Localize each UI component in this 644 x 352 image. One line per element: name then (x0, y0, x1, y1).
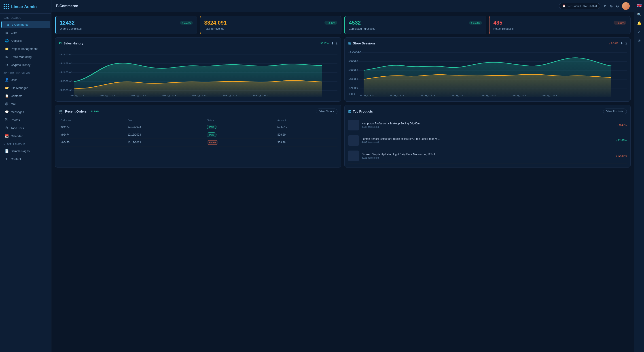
svg-text:40K: 40K (349, 78, 358, 80)
info-icon[interactable]: ℹ (626, 41, 627, 45)
chevron-right-icon: › (46, 79, 46, 81)
sidebar-item-project-management[interactable]: 📁 Project Management (1, 45, 50, 52)
sidebar-item-label: Email Marketing (11, 55, 32, 58)
refresh-icon[interactable]: ↺ (604, 4, 607, 8)
sidebar-item-analytics[interactable]: 🌐 Analytics (1, 37, 50, 44)
uk-flag-icon[interactable]: 🇬🇧 (637, 3, 642, 8)
chart-header: ⊞ Store Sessions ↓ 9.39% ⬇ ℹ (348, 41, 627, 45)
sidebar-item-messages[interactable]: 💬 Messages (1, 108, 50, 116)
list-item: Hempthon Professional Makeup Setting Oil… (348, 118, 627, 133)
content-icon: T (5, 157, 8, 161)
arrow-up-icon: ↑ (318, 42, 320, 45)
sales-history-badge: ↑ 33.47% (318, 42, 329, 45)
logo: Linear Admin (0, 0, 51, 14)
table-row: #96474 12/12/2023 Paid $29.69 (59, 131, 338, 139)
sidebar-item-ecommerce[interactable]: 🛍 E-Commerce (1, 21, 50, 28)
avatar[interactable] (622, 2, 630, 10)
settings-icon[interactable]: ⚙ (616, 4, 619, 8)
view-orders-button[interactable]: View Orders (316, 109, 338, 114)
sidebar-item-label: Content (11, 158, 21, 161)
arrow-up-icon: ↑ (88, 110, 90, 113)
sidebar-item-photos[interactable]: 🖼 Photos (1, 116, 50, 124)
topbar: E-Commerce ⏰ 07/10/2023 - 07/13/2023 ↺ ⊕… (52, 0, 634, 12)
sidebar-item-content[interactable]: T Content › (1, 155, 50, 163)
sales-history-card: ↺ Sales History ↑ 33.47% ⬇ ℹ (55, 37, 341, 102)
arrow-down-icon: ↓ (616, 21, 617, 24)
product-info: Hempthon Professional Makeup Setting Oil… (362, 122, 614, 128)
returns-badge: ↓ 0.98% (614, 21, 626, 24)
sidebar-item-label: Messages (11, 110, 24, 114)
top-products-card: ⊡ Top Products View Products Hempthon Pr… (344, 105, 630, 168)
product-thumbnail (348, 135, 359, 146)
sidebar-item-label: Calendar (11, 135, 22, 138)
stat-card-top: 4532 ↑ 5.32% (349, 20, 482, 26)
revenue-value: $324,091 (204, 20, 227, 26)
svg-text:Aug 18: Aug 18 (131, 94, 146, 96)
sidebar-item-email-marketing[interactable]: ✉ Email Marketing (1, 53, 50, 60)
stat-card-purchases: 4532 ↑ 5.32% Completed Purchases (344, 16, 486, 34)
order-number: #96474 (59, 131, 126, 139)
chart-actions: ↓ 9.39% ⬇ ℹ (609, 41, 627, 45)
order-date: 12/12/2023 (126, 131, 205, 139)
product-name: Bioskep Simple Hydrating Light Daily Fac… (362, 153, 613, 156)
email-icon: ✉ (5, 55, 8, 58)
arrow-up-icon: ↑ (326, 21, 328, 24)
sun-icon[interactable]: ☀ (638, 39, 641, 43)
orders-card-header: 🛒 Recent Orders ↑ 24.99% View Orders (59, 109, 338, 114)
sidebar-item-calendar[interactable]: 📅 Calendar (1, 132, 50, 140)
products-card-title: ⊡ Top Products (348, 109, 373, 114)
download-icon[interactable]: ⬇ (620, 41, 623, 45)
sidebar-item-label: User (11, 78, 17, 82)
mail-icon: @ (5, 102, 8, 106)
sample-pages-icon: 📄 (5, 149, 8, 153)
crm-icon: ⊞ (5, 31, 8, 34)
order-amount: $343.49 (276, 123, 338, 131)
project-icon: 📁 (5, 47, 8, 50)
bell-icon[interactable]: 🔔 (637, 21, 642, 25)
sidebar-item-sample-pages[interactable]: 📄 Sample Pages › (1, 147, 50, 155)
download-icon[interactable]: ⬇ (331, 41, 334, 45)
info-icon[interactable]: ℹ (336, 41, 338, 45)
svg-text:115K: 115K (60, 62, 72, 65)
product-sold-count: 4487 items sold (362, 141, 613, 144)
store-sessions-chart: 100K 80K 60K 40K 20K 0K Aug 12 Aug 15 Au… (348, 48, 627, 97)
svg-text:Aug 30: Aug 30 (253, 94, 268, 96)
check-icon[interactable]: ✓ (638, 30, 641, 34)
add-icon[interactable]: ⊕ (610, 4, 613, 8)
products-title-text: Top Products (353, 110, 373, 113)
product-change: ↑ 12.43% (616, 139, 627, 142)
search-icon[interactable]: 🔍 (637, 12, 642, 17)
arrow-down-icon: ↓ (617, 124, 618, 127)
col-status: Status (205, 118, 276, 123)
col-date: Date (126, 118, 205, 123)
arrow-up-icon: ↑ (182, 21, 183, 24)
crypto-icon: ⊙ (5, 63, 8, 67)
sidebar-item-todo[interactable]: ⏱ Todo Lists (1, 124, 50, 132)
view-products-button[interactable]: View Products (603, 109, 627, 114)
sidebar-item-contacts[interactable]: 📋 Contacts (1, 92, 50, 100)
chart-title-row: ↺ Sales History (59, 41, 84, 45)
todo-icon: ⏱ (5, 126, 8, 130)
order-status: Paid (205, 123, 276, 131)
sidebar-item-label: File Manager (11, 86, 28, 90)
stat-card-top: 435 ↓ 0.98% (494, 20, 626, 26)
messages-icon: 💬 (5, 110, 8, 114)
sidebar-item-cryptocurrency[interactable]: ⊙ Cryptocurrency (1, 61, 50, 69)
sidebar-item-file-manager[interactable]: 📂 File Manager (1, 84, 50, 92)
svg-text:Aug 18: Aug 18 (420, 94, 435, 96)
sidebar-item-mail[interactable]: @ Mail (1, 100, 50, 108)
sidebar-item-crm[interactable]: ⊞ CRM (1, 29, 50, 36)
svg-text:Aug 24: Aug 24 (192, 94, 206, 96)
chart-title-row: ⊞ Store Sessions (348, 41, 376, 45)
sidebar-item-user[interactable]: 👤 User › (1, 76, 50, 84)
sidebar: Linear Admin Dashboards 🛍 E-Commerce ⊞ C… (0, 0, 52, 352)
product-change: ↓ 32.38% (616, 154, 627, 158)
product-name: Fenton Shaker Bottle for Protein Mixes B… (362, 137, 613, 141)
order-number: #96475 (59, 139, 126, 147)
orders-table: Order No. Date Status Amount #96473 12/1… (59, 118, 338, 147)
revenue-label: Total in Revenue (204, 27, 338, 30)
date-range-picker[interactable]: ⏰ 07/10/2023 - 07/13/2023 (559, 3, 600, 9)
chevron-right-icon: › (46, 158, 46, 160)
products-list: Hempthon Professional Makeup Setting Oil… (348, 118, 627, 164)
sales-history-chart: 120K 115K 110K 105K 100K Aug 12 Aug 15 A… (59, 48, 338, 97)
